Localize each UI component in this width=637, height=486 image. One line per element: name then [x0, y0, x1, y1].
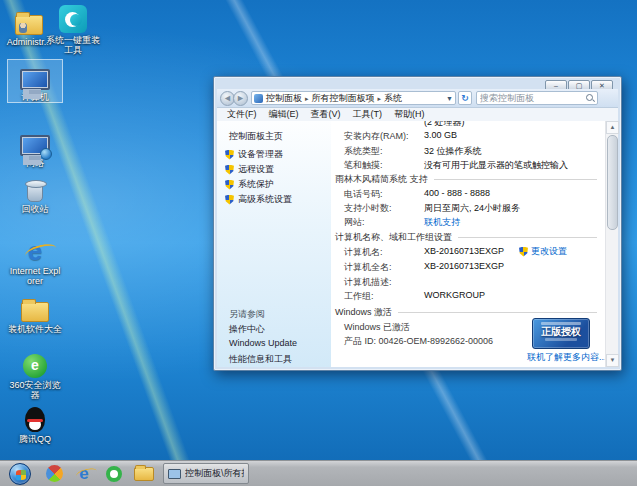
taskbar-control-panel-task[interactable]: 控制面板\所有控制...: [163, 463, 249, 484]
icon-label: 系统一键重装工具: [46, 35, 100, 55]
phone-value: 400 - 888 - 8888: [424, 188, 490, 198]
network-icon: [20, 135, 50, 156]
menu-bar: 文件(F) 编辑(E) 查看(V) 工具(T) 帮助(H): [217, 108, 618, 121]
sidebar-task-label: 高级系统设置: [238, 193, 292, 206]
activation-header-text: Windows 激活: [335, 306, 392, 319]
ram-value: 3.00 GB: [424, 130, 457, 140]
sidebar-system-protection[interactable]: 系统保护: [225, 178, 274, 191]
reinstall-tool-icon: [106, 466, 122, 482]
computer-name-label: 计算机名:: [344, 246, 383, 259]
website-label: 网站:: [344, 216, 365, 229]
software-folder-icon: [21, 302, 49, 322]
control-panel-icon: [254, 94, 263, 103]
sidebar-remote-settings[interactable]: 远程设置: [225, 163, 274, 176]
menu-view[interactable]: 查看(V): [305, 108, 347, 121]
sidebar-device-manager[interactable]: 设备管理器: [225, 148, 283, 161]
sidebar-control-panel-home[interactable]: 控制面板主页: [229, 130, 283, 143]
icon-label: 装机软件大全: [8, 324, 62, 334]
breadcrumb-all-items[interactable]: 所有控制面板项: [312, 92, 385, 105]
taskbar: e 控制面板\所有控制...: [0, 460, 637, 486]
reinstall-tool-icon: [59, 5, 87, 33]
sidebar-windows-update[interactable]: Windows Update: [229, 338, 297, 348]
search-placeholder: 搜索控制面板: [480, 92, 586, 105]
system-type-label: 系统类型:: [344, 145, 383, 158]
genuine-windows-badge: 正版授权: [532, 318, 590, 349]
desktop-icon-360-browser[interactable]: e 360安全浏览器: [8, 348, 62, 400]
breadcrumb-control-panel[interactable]: 控制面板: [266, 92, 312, 105]
sidebar-advanced-settings[interactable]: 高级系统设置: [225, 193, 292, 206]
support-hours-value: 周日至周六, 24小时服务: [424, 202, 520, 215]
support-hours-label: 支持小时数:: [344, 202, 392, 215]
address-bar[interactable]: 控制面板 所有控制面板项 系统 ▼: [251, 91, 456, 105]
uac-shield-icon: [519, 247, 528, 257]
refresh-button[interactable]: ↻: [458, 91, 472, 105]
desktop-icon-software-folder[interactable]: 装机软件大全: [8, 292, 62, 334]
desktop-icon-network[interactable]: 网络: [8, 126, 62, 168]
forward-button[interactable]: ►: [233, 91, 248, 106]
online-support-link[interactable]: 联机支持: [424, 216, 460, 229]
computer-icon: [20, 69, 50, 90]
support-header-text: 雨林木风精简系统 支持: [335, 173, 428, 186]
badge-decoration: [541, 322, 581, 325]
taskbar-reinstall-tool[interactable]: [99, 463, 129, 485]
menu-edit[interactable]: 编辑(E): [263, 108, 305, 121]
sidebar-task-label: 设备管理器: [238, 148, 283, 161]
search-icon: [586, 94, 594, 102]
desktop-icon-qq[interactable]: 腾讯QQ: [8, 402, 62, 444]
vertical-scrollbar[interactable]: ▲ ▼: [605, 121, 618, 367]
desktop: Administr... 系统一键重装工具 计算机 网络 回收站 e Inter…: [0, 0, 637, 486]
qq-icon: [25, 407, 45, 432]
uac-shield-icon: [225, 180, 234, 190]
breadcrumb-system[interactable]: 系统: [384, 92, 402, 105]
system-type-value: 32 位操作系统: [424, 145, 482, 158]
desktop-icon-computer[interactable]: 计算机: [8, 60, 62, 102]
scroll-up-arrow-icon[interactable]: ▲: [606, 121, 619, 134]
task-button-label: 控制面板\所有控制...: [185, 467, 244, 480]
computer-name-section-header: 计算机名称、域和工作组设置: [335, 231, 597, 244]
pen-touch-value: 没有可用于此显示器的笔或触控输入: [424, 159, 568, 172]
sidebar-see-also-header: 另请参阅: [229, 308, 265, 321]
sidebar-performance-tools[interactable]: 性能信息和工具: [229, 353, 292, 366]
address-dropdown-icon[interactable]: ▼: [446, 95, 453, 102]
desktop-icon-reinstall-tool[interactable]: 系统一键重装工具: [46, 3, 100, 55]
computer-name-header-text: 计算机名称、域和工作组设置: [335, 231, 452, 244]
start-button[interactable]: [9, 463, 31, 485]
file-explorer-icon: [134, 467, 154, 481]
uac-shield-icon: [225, 150, 234, 160]
sidebar: 控制面板主页 设备管理器 远程设置 系统保护 高级系统设置 另请参阅 操作中心 …: [217, 121, 331, 367]
scroll-down-arrow-icon[interactable]: ▼: [606, 354, 619, 367]
icon-label: 360安全浏览器: [8, 380, 62, 400]
software-manager-icon: [42, 461, 66, 485]
description-label: 计算机描述:: [344, 276, 392, 289]
scrollbar-thumb[interactable]: [607, 135, 618, 230]
sidebar-action-center[interactable]: 操作中心: [229, 323, 265, 336]
360-browser-icon: e: [23, 354, 47, 378]
menu-help[interactable]: 帮助(H): [388, 108, 431, 121]
workgroup-value: WORKGROUP: [424, 290, 485, 300]
system-info-panel: (2 处理器) 安装内存(RAM): 3.00 GB 系统类型: 32 位操作系…: [331, 121, 605, 367]
desktop-icon-recycle-bin[interactable]: 回收站: [8, 172, 62, 214]
computer-icon: [168, 469, 181, 479]
support-section-header: 雨林木风精简系统 支持: [335, 173, 597, 186]
badge-text: 正版授权: [533, 326, 589, 337]
taskbar-file-explorer[interactable]: [129, 463, 159, 485]
window-body: 控制面板主页 设备管理器 远程设置 系统保护 高级系统设置 另请参阅 操作中心 …: [217, 121, 618, 367]
workgroup-label: 工作组:: [344, 290, 374, 303]
search-input[interactable]: 搜索控制面板: [476, 91, 598, 105]
taskbar-internet-explorer[interactable]: e: [69, 463, 99, 485]
menu-file[interactable]: 文件(F): [221, 108, 263, 121]
processor-clipped-text: (2 处理器): [424, 121, 465, 129]
learn-more-link[interactable]: 联机了解更多内容...: [527, 351, 605, 364]
desktop-icon-internet-explorer[interactable]: e Internet Explorer: [8, 234, 62, 286]
icon-label: 回收站: [8, 204, 62, 214]
full-name-label: 计算机全名:: [344, 261, 392, 274]
change-settings-link[interactable]: 更改设置: [519, 245, 567, 258]
internet-explorer-icon: e: [79, 465, 88, 482]
menu-tools[interactable]: 工具(T): [347, 108, 389, 121]
change-settings-label: 更改设置: [531, 245, 567, 258]
icon-label: Internet Explorer: [8, 266, 62, 286]
icon-label: 腾讯QQ: [8, 434, 62, 444]
sidebar-task-label: 系统保护: [238, 178, 274, 191]
ram-label: 安装内存(RAM):: [344, 130, 409, 143]
taskbar-software-manager[interactable]: [39, 463, 69, 485]
